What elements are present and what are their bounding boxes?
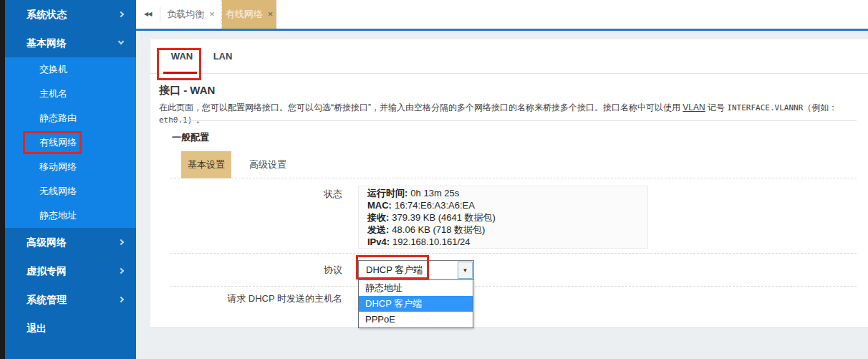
tab-label: 有线网络 [226,9,263,19]
left-dark-strip [0,0,5,359]
sidebar-item-label: 高级网络 [26,236,67,248]
status-row: 状态 运行时间:0h 13m 25s MAC:16:74:E6:A3:A6:EA… [170,178,857,254]
select-dropdown-arrow-icon[interactable]: ▼ [458,262,473,279]
status-key: 接收: [367,212,389,223]
sidebar-item-system-status[interactable]: 系统状态 [5,0,136,29]
protocol-row: 协议 DHCP 客户端 ▼ [170,254,857,287]
code-interface-vlannr: INTERFACE.VLANNR [727,103,803,113]
interface-tab-strip: WAN LAN [150,39,868,74]
status-value: 0h 13m 25s [410,188,459,198]
section-title: 一般配置 [172,131,209,144]
option-static-address[interactable]: 静态地址 [359,280,473,296]
sidebar-item-logout[interactable]: 退出 [5,314,136,343]
dhcp-hostname-row: 请求 DHCP 时发送的主机名 [170,287,857,311]
tab-wan[interactable]: WAN [162,39,202,74]
status-key: IPv4: [367,236,390,247]
tab-lan[interactable]: LAN [206,39,239,74]
tab-basic-settings[interactable]: 基本设置 [181,151,231,178]
sidebar-item-vpn[interactable]: 虚拟专网 [5,257,136,285]
sidebar-item-label: 基本网络 [26,37,67,49]
tab-advanced-settings[interactable]: 高级设置 [242,151,294,178]
chevron-right-icon [118,297,124,302]
content-panel: WAN LAN 接口 - WAN 在此页面，您可以配置网络接口。您可以勾选“桥接… [150,39,868,328]
close-icon[interactable]: × [209,9,215,19]
sidebar-item-label: 退出 [26,322,47,334]
description-text: （例如： [803,102,837,113]
status-value: 48.06 KB (718 数据包) [392,224,485,235]
status-value: 379.39 KB (4641 数据包) [392,212,496,223]
sidebar-item-static-address[interactable]: 静态地址 [5,204,136,228]
status-value: 192.168.10.161/24 [392,236,470,247]
status-ipv4: IPv4:192.168.10.161/24 [367,236,639,248]
chevron-down-icon [118,39,124,44]
document-tab-bar: ◀◀ 负载均衡× 有线网络× [136,0,868,31]
protocol-label: 协议 [170,254,351,287]
close-icon[interactable]: × [268,9,274,19]
sidebar-item-hostname[interactable]: 主机名 [5,82,136,106]
protocol-dropdown-list: 静态地址 DHCP 客户端 PPPoE [358,279,473,328]
tab-load-balancing[interactable]: 负载均衡× [160,0,222,29]
sidebar-item-switch[interactable]: 交换机 [5,57,136,82]
chevron-right-icon [118,268,124,274]
status-rx: 接收:379.39 KB (4641 数据包) [367,211,639,224]
dhcp-hostname-label: 请求 DHCP 时发送的主机名 [170,287,351,311]
general-config-section: 一般配置 基本设置 高级设置 状态 运行时间:0h 13m 25s MAC:16… [170,120,857,326]
settings-tab-strip: 基本设置 高级设置 [170,151,857,178]
protocol-selected-value: DHCP 客户端 [366,261,423,279]
page-title: 接口 - WAN [159,84,215,97]
sidebar-item-wired-network[interactable]: 有线网络 [5,130,136,155]
sidebar-item-label: 系统管理 [26,294,67,305]
vlan-link[interactable]: VLAN [683,102,705,113]
status-value-box: 运行时间:0h 13m 25s MAC:16:74:E6:A3:A6:EA 接收… [358,186,648,249]
sidebar-item-basic-network[interactable]: 基本网络 [5,29,136,57]
description-text: 在此页面，您可以配置网络接口。您可以勾选“桥接接口”，并输入由空格分隔的多个网络… [159,102,683,113]
tab-label: 负载均衡 [167,9,204,19]
active-tab-underline [163,72,197,74]
status-key: MAC: [367,200,392,211]
status-key: 运行时间: [367,188,408,198]
chevron-right-icon [118,239,124,245]
sidebar-item-system-mgmt[interactable]: 系统管理 [5,285,136,314]
status-key: 发送: [367,224,389,235]
collapse-tabs-icon[interactable]: ◀◀ [144,0,151,29]
status-mac: MAC:16:74:E6:A3:A6:EA [367,199,639,211]
sidebar: 系统状态 基本网络 交换机 主机名 静态路由 有线网络 移动网络 无线网络 静态… [5,0,136,359]
sidebar-item-advanced-network[interactable]: 高级网络 [5,228,136,257]
option-dhcp-client[interactable]: DHCP 客户端 [359,296,473,312]
sidebar-item-mobile-network[interactable]: 移动网络 [5,155,136,179]
description-text: 记号 [705,102,728,113]
sidebar-item-static-routes[interactable]: 静态路由 [5,106,136,130]
status-uptime: 运行时间:0h 13m 25s [367,187,639,199]
protocol-select[interactable]: DHCP 客户端 ▼ [358,260,474,280]
sidebar-submenu: 交换机 主机名 静态路由 有线网络 移动网络 无线网络 静态地址 [5,57,136,228]
sidebar-item-wireless-network[interactable]: 无线网络 [5,179,136,204]
option-pppoe[interactable]: PPPoE [359,312,473,327]
status-tx: 发送:48.06 KB (718 数据包) [367,224,639,236]
status-label: 状态 [170,188,351,201]
chevron-right-icon [118,11,124,17]
sidebar-item-label: 虚拟专网 [26,265,67,277]
sidebar-item-label: 系统状态 [26,9,67,20]
status-value: 16:74:E6:A3:A6:EA [395,200,475,211]
tab-wired-network-active[interactable]: 有线网络× [222,0,276,29]
